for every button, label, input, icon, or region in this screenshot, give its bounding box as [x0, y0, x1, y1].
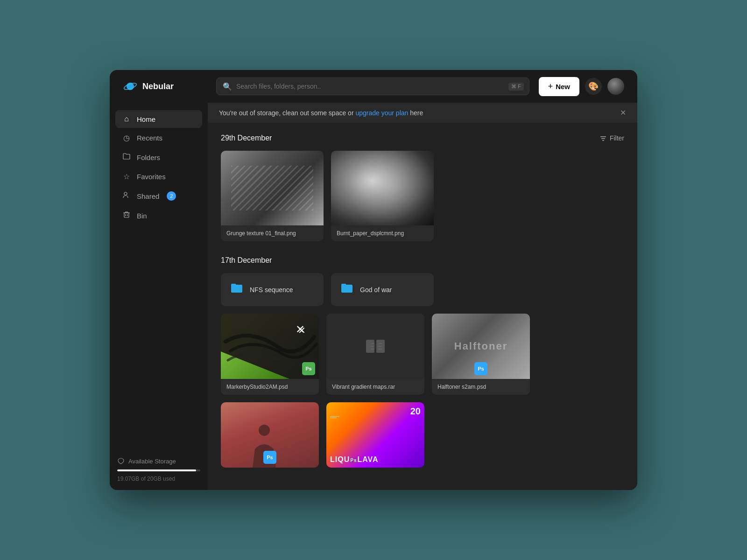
app-window: Nebular 🔍 ⌘ F + New 🎨 ⌂ Home	[110, 70, 637, 490]
sidebar-item-bin[interactable]: Bin	[115, 206, 202, 225]
thumb-marker: Ps ✕	[221, 314, 319, 379]
sidebar-item-favorites[interactable]: ☆ Favorites	[115, 168, 202, 186]
thumb-person-bg: Ps	[221, 402, 319, 468]
ps-badge-halftoner: Ps	[474, 362, 487, 375]
folder-card-nfs[interactable]: NFS sequence	[221, 273, 324, 306]
folder-icon-godofwar	[340, 281, 353, 298]
thumbnail-paper	[331, 151, 434, 225]
file-name-marker: MarkerbyStudio2AM.psd	[221, 379, 319, 395]
folder-card-godofwar[interactable]: God of war	[331, 273, 434, 306]
gradient-icon	[365, 336, 386, 357]
thumb-halftoner-bg: Halftoner Ps	[432, 314, 530, 379]
file-card-person[interactable]: Ps	[221, 402, 319, 468]
ps-badge-person: Ps	[263, 451, 276, 464]
svg-rect-4	[124, 213, 129, 217]
file-card-grid: Ps ✕ MarkerbyStudio2AM.psd	[221, 314, 624, 395]
thumb-liqid-bg: 20 LIQUPsLAVA	[326, 402, 424, 468]
file-card-grid-bottom: Ps 20 LIQUPsLAVA	[221, 402, 624, 468]
sidebar-item-shared[interactable]: Shared 2	[115, 187, 202, 205]
sidebar: ⌂ Home ◷ Recents Folders ☆ Favorites	[110, 103, 208, 490]
storage-section: Available Storage 19.07GB of 20GB used	[115, 457, 202, 483]
storage-banner: 29th December You're out of storage, cle…	[208, 103, 637, 123]
file-card-marker[interactable]: Ps ✕ MarkerbyStudio2AM.psd	[221, 314, 319, 395]
sidebar-item-folders[interactable]: Folders	[115, 148, 202, 167]
plus-icon: +	[548, 82, 553, 91]
halftoner-overlay-text: Halftoner	[454, 340, 508, 352]
thumb-grunge-img	[221, 151, 324, 225]
home-icon: ⌂	[122, 115, 131, 123]
file-name-gradient: Vibrant gradient maps.rar	[326, 379, 424, 395]
image-grid-dec29: Grunge texture 01_final.png Burnt_paper_…	[221, 151, 624, 241]
storage-progress-bar	[117, 469, 200, 471]
folder-icon-nfs	[230, 281, 243, 298]
banner-text: 29th December You're out of storage, cle…	[219, 109, 423, 117]
section-date-dec29: 29th December	[221, 134, 272, 142]
file-card-halftoner[interactable]: Halftoner Ps Halftoner s2am.psd	[432, 314, 530, 395]
svg-point-3	[124, 192, 127, 195]
avatar[interactable]	[607, 78, 624, 95]
thumb-person: Ps	[221, 402, 319, 468]
section-date-dec17: 17th December	[221, 256, 272, 265]
storage-used-text: 19.07GB of 20GB used	[117, 476, 175, 482]
logo-area: Nebular	[123, 79, 207, 94]
liqid-number: 20	[410, 406, 421, 417]
shared-badge: 2	[167, 191, 176, 201]
filter-button[interactable]: Filter	[599, 134, 624, 142]
palette-icon[interactable]: 🎨	[585, 78, 602, 95]
content-area: 29th December You're out of storage, cle…	[208, 103, 637, 490]
folders-icon	[122, 153, 131, 162]
file-name-grunge: Grunge texture 01_final.png	[221, 225, 324, 241]
svg-point-10	[259, 425, 270, 436]
logo-icon	[123, 79, 138, 94]
avatar-image	[607, 78, 624, 95]
app-name: Nebular	[142, 82, 174, 91]
section-header-dec17: 17th December	[221, 256, 624, 265]
thumb-marker-bg: Ps ✕	[221, 314, 319, 379]
thumb-paper-img	[331, 151, 434, 225]
search-bar[interactable]: 🔍 ⌘ F	[216, 77, 529, 95]
recents-icon: ◷	[122, 133, 131, 142]
section-header-dec29: 29th December Filter	[221, 134, 624, 142]
image-card-paper[interactable]: Burnt_paper_dsplcmnt.png	[331, 151, 434, 241]
search-icon: 🔍	[223, 82, 232, 91]
bin-icon	[122, 211, 131, 220]
thumb-gradient-bg	[326, 314, 424, 379]
sidebar-item-recents[interactable]: ◷ Recents	[115, 129, 202, 147]
thumb-halftoner: Halftoner Ps	[432, 314, 530, 379]
file-card-gradient[interactable]: Vibrant gradient maps.rar	[326, 314, 424, 395]
shared-icon	[122, 191, 131, 201]
storage-fill	[117, 469, 196, 471]
file-name-halftoner: Halftoner s2am.psd	[432, 379, 530, 395]
sidebar-item-home[interactable]: ⌂ Home	[115, 110, 202, 128]
liqid-label: LIQUPsLAVA	[326, 452, 424, 468]
upgrade-link[interactable]: upgrade your plan	[355, 109, 408, 117]
header: Nebular 🔍 ⌘ F + New 🎨	[110, 70, 637, 103]
thumb-liqid: 20 LIQUPsLAVA	[326, 402, 424, 468]
file-name-paper: Burnt_paper_dsplcmnt.png	[331, 225, 434, 241]
search-input[interactable]	[216, 77, 529, 95]
folder-name-godofwar: God of war	[360, 286, 392, 294]
content-scroll: 29th December Filter	[208, 123, 637, 490]
thumb-gradient	[326, 314, 424, 379]
search-shortcut: ⌘ F	[508, 83, 524, 91]
thumbnail-grunge	[221, 151, 324, 225]
new-button[interactable]: + New	[539, 77, 579, 96]
x-icon: ✕	[298, 325, 306, 336]
folder-name-nfs: NFS sequence	[250, 286, 293, 294]
favorites-icon: ☆	[122, 172, 131, 181]
ps-badge-marker: Ps	[302, 362, 315, 375]
file-card-liqid[interactable]: 20 LIQUPsLAVA	[326, 402, 424, 468]
image-card-grunge[interactable]: Grunge texture 01_final.png	[221, 151, 324, 241]
storage-label: Available Storage	[117, 457, 200, 465]
main-layout: ⌂ Home ◷ Recents Folders ☆ Favorites	[110, 103, 637, 490]
header-actions: + New 🎨	[539, 77, 624, 96]
folder-grid: NFS sequence God of war	[221, 273, 624, 306]
liqid-lines	[330, 416, 339, 418]
banner-close-button[interactable]: ✕	[620, 108, 626, 117]
